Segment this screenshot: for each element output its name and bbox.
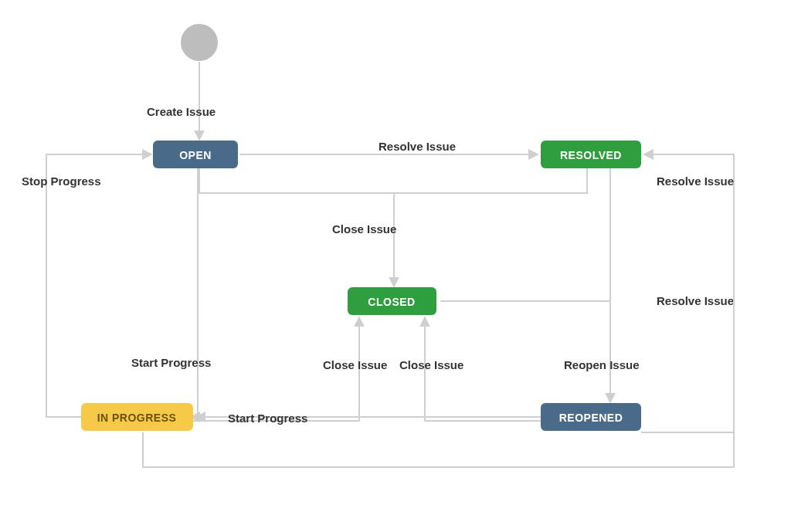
- edge-label-resolve-issue-mid: Resolve Issue: [657, 294, 734, 307]
- edge-closed-right: Resolve Issue: [440, 294, 734, 307]
- edge-reopened-close: Close Issue: [399, 318, 541, 421]
- node-closed: CLOSED: [348, 287, 436, 315]
- edge-reopened-start-progress: Start Progress: [197, 412, 541, 425]
- edge-reopened-resolve: Resolve Issue: [641, 154, 734, 432]
- edge-label-close-issue-top: Close Issue: [332, 222, 396, 236]
- node-label-closed: CLOSED: [368, 296, 415, 308]
- edge-label-start-progress-left: Start Progress: [131, 356, 211, 369]
- node-reopened: REOPENED: [541, 403, 641, 431]
- edge-label-close-issue-right: Close Issue: [399, 358, 463, 371]
- edge-stop-progress: Stop Progress: [22, 154, 151, 417]
- node-label-in-progress: IN PROGRESS: [97, 412, 177, 424]
- edge-label-open-resolve: Resolve Issue: [379, 140, 456, 153]
- node-label-resolved: RESOLVED: [560, 149, 622, 161]
- node-resolved: RESOLVED: [541, 141, 641, 168]
- edge-label-stop-progress: Stop Progress: [22, 175, 101, 188]
- edge-create-issue: Create Issue: [147, 62, 216, 139]
- node-label-open: OPEN: [179, 149, 212, 161]
- node-start: [181, 24, 218, 61]
- edge-label-reopen-issue: Reopen Issue: [564, 358, 640, 371]
- edge-label-start-progress-mid: Start Progress: [228, 412, 307, 425]
- edge-label-create-issue: Create Issue: [147, 105, 216, 118]
- edge-inprogress-resolve: [143, 432, 734, 467]
- node-in-progress: IN PROGRESS: [81, 403, 193, 431]
- edge-resolved-reopen: Reopen Issue: [564, 168, 640, 402]
- edge-open-resolve: Resolve Issue: [239, 140, 537, 154]
- edge-label-close-issue-left: Close Issue: [323, 358, 387, 371]
- svg-point-0: [181, 24, 218, 61]
- workflow-diagram: Create Issue Resolve Issue Close Issue S…: [0, 0, 791, 532]
- edge-resolved-close-branch: [394, 168, 587, 193]
- node-open: OPEN: [153, 141, 238, 168]
- edge-open-start-progress: Start Progress: [131, 168, 211, 417]
- edge-inprogress-close: Close Issue: [193, 318, 387, 421]
- node-label-reopened: REOPENED: [559, 412, 623, 424]
- edge-label-resolve-issue-right: Resolve Issue: [657, 175, 734, 188]
